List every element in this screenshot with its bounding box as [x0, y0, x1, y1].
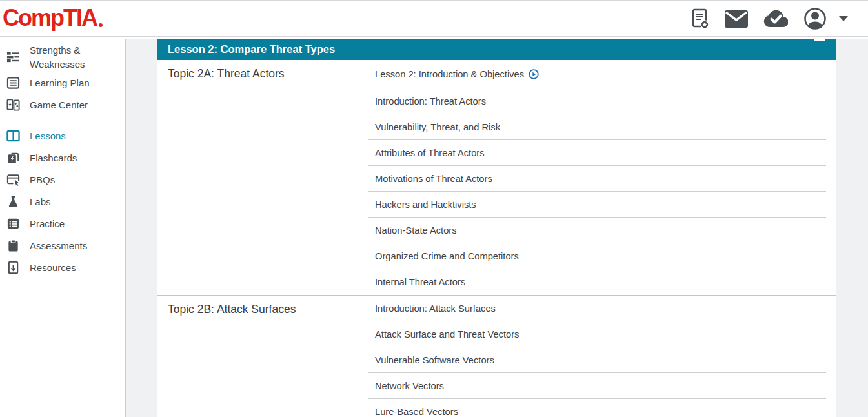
pbqs-icon — [6, 173, 20, 187]
account-icon[interactable] — [803, 7, 827, 30]
sync-cloud-icon[interactable] — [763, 10, 788, 28]
lesson-row[interactable]: Motivations of Threat Actors — [368, 166, 826, 192]
lesson-card: Lesson 2: Compare Threat Types Topic 2A:… — [157, 39, 836, 417]
lesson-row-label: Hackers and Hacktivists — [375, 199, 476, 210]
sidebar-item-practice[interactable]: Practice — [0, 213, 125, 235]
learning-plan-icon — [6, 76, 20, 90]
main-content-area: Lesson 2: Compare Threat Types Topic 2A:… — [126, 39, 868, 417]
lesson-row[interactable]: Introduction: Threat Actors — [368, 88, 826, 114]
lesson-row-label: Internal Threat Actors — [375, 277, 465, 287]
sidebar-item-label: PBQs — [30, 173, 55, 187]
sidebar-item-pbqs[interactable]: PBQs — [0, 169, 125, 191]
lesson-row[interactable]: Network Vectors — [368, 373, 826, 399]
topic-section-2a: Topic 2A: Threat Actors Lesson 2: Introd… — [157, 60, 836, 295]
lesson-header-bar[interactable]: Lesson 2: Compare Threat Types — [157, 39, 836, 60]
play-icon[interactable] — [529, 69, 539, 79]
sidebar-item-lessons[interactable]: Lessons — [0, 125, 125, 147]
sidebar-item-label: Strengths & Weaknesses — [30, 43, 112, 72]
labs-icon — [6, 195, 20, 208]
messages-icon[interactable] — [725, 10, 748, 28]
lesson-row-label: Lure-Based Vectors — [375, 407, 458, 417]
lesson-row-label: Attributes of Threat Actors — [375, 148, 485, 158]
comptia-logo[interactable]: CompTIA — [3, 1, 103, 35]
sidebar-divider — [0, 121, 125, 121]
sidebar-item-label: Learning Plan — [30, 76, 90, 90]
sidebar-item-game-center[interactable]: Game Center — [0, 94, 125, 116]
top-header: CompTIA — [0, 0, 868, 37]
resources-icon — [6, 261, 20, 274]
topic-rows: Introduction: Attack Surfaces Attack Sur… — [368, 296, 826, 417]
lesson-row-label: Introduction: Attack Surfaces — [375, 303, 496, 314]
strengths-weaknesses-icon — [6, 50, 20, 64]
sidebar-item-label: Practice — [30, 217, 65, 231]
sidebar-item-learning-plan[interactable]: Learning Plan — [0, 72, 125, 94]
lesson-title: Lesson 2: Compare Threat Types — [168, 43, 335, 56]
sidebar-item-label: Resources — [30, 261, 76, 275]
lesson-row[interactable]: Vulnerable Software Vectors — [368, 347, 826, 373]
lesson-row-label: Organized Crime and Competitors — [375, 251, 519, 261]
lesson-row[interactable]: Introduction: Attack Surfaces — [368, 296, 826, 321]
sidebar-item-label: Lessons — [30, 129, 66, 143]
lesson-row-label: Vulnerable Software Vectors — [375, 355, 494, 365]
sidebar-item-resources[interactable]: Resources — [0, 257, 125, 279]
lesson-row-label: Attack Surface and Threat Vectors — [375, 329, 519, 340]
logo-trademark-dot — [99, 23, 103, 27]
flashcards-icon — [6, 151, 20, 165]
assessments-icon — [6, 239, 20, 252]
header-icon-group — [692, 1, 849, 37]
sidebar-item-strengths-weaknesses[interactable]: Strengths & Weaknesses — [0, 43, 125, 72]
sidebar-item-label: Flashcards — [30, 151, 77, 165]
report-icon[interactable] — [692, 8, 709, 29]
lesson-row-label: Introduction: Threat Actors — [375, 96, 486, 107]
lesson-row[interactable]: Vulnerability, Threat, and Risk — [368, 114, 826, 140]
logo-text: CompTIA — [3, 5, 97, 32]
lesson-row[interactable]: Internal Threat Actors — [368, 269, 826, 295]
sidebar-item-flashcards[interactable]: Flashcards — [0, 147, 125, 169]
lesson-row[interactable]: Nation-State Actors — [368, 218, 826, 243]
topic-title: Topic 2B: Attack Surfaces — [157, 296, 368, 417]
lesson-row[interactable]: Lesson 2: Introduction & Objectives — [368, 60, 826, 88]
sidebar: Strengths & Weaknesses Learning Plan Gam — [0, 39, 126, 417]
lesson-row[interactable]: Hackers and Hacktivists — [368, 192, 826, 218]
lesson-row-label: Vulnerability, Threat, and Risk — [375, 122, 500, 132]
lesson-row-label: Lesson 2: Introduction & Objectives — [375, 69, 524, 79]
topic-rows: Lesson 2: Introduction & Objectives Intr… — [368, 60, 826, 295]
lesson-row[interactable]: Organized Crime and Competitors — [368, 243, 826, 269]
lesson-row[interactable]: Attributes of Threat Actors — [368, 140, 826, 166]
sidebar-item-label: Assessments — [30, 239, 87, 253]
caret-down-icon[interactable] — [838, 15, 849, 22]
lessons-icon — [6, 129, 20, 143]
sidebar-item-assessments[interactable]: Assessments — [0, 235, 125, 257]
game-center-icon — [6, 98, 20, 112]
lesson-row-label: Network Vectors — [375, 381, 444, 391]
topic-title: Topic 2A: Threat Actors — [157, 60, 368, 295]
practice-icon — [6, 217, 20, 230]
topic-section-2b: Topic 2B: Attack Surfaces Introduction: … — [157, 295, 836, 417]
sidebar-item-label: Game Center — [30, 98, 88, 112]
lesson-row-label: Nation-State Actors — [375, 225, 457, 236]
lesson-row[interactable]: Lure-Based Vectors — [368, 399, 826, 417]
lesson-row-label: Motivations of Threat Actors — [375, 174, 492, 184]
collapse-icon[interactable] — [814, 37, 825, 41]
sidebar-item-labs[interactable]: Labs — [0, 191, 125, 213]
sidebar-item-label: Labs — [30, 195, 51, 209]
lesson-row[interactable]: Attack Surface and Threat Vectors — [368, 321, 826, 347]
